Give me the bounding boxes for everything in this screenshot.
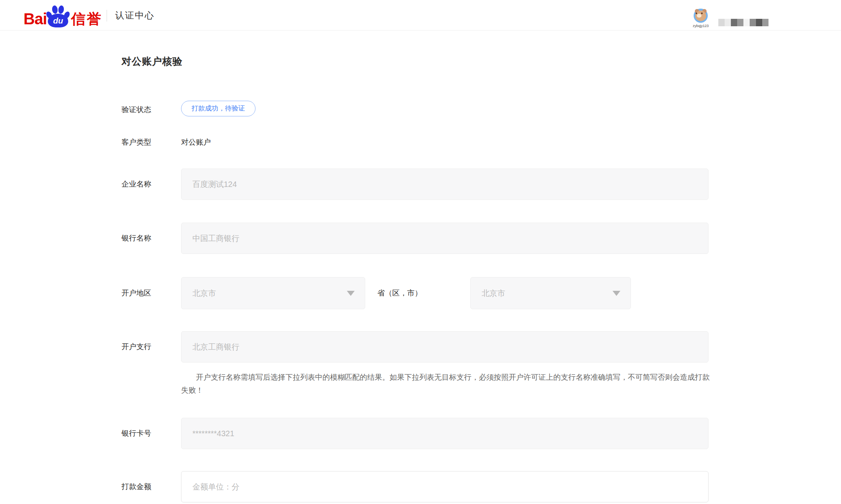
card-number-input	[181, 418, 709, 449]
province-select[interactable]: 北京市	[181, 277, 365, 309]
header-divider	[107, 10, 107, 22]
card-number-label: 银行卡号	[121, 428, 151, 439]
redacted-text	[718, 19, 768, 26]
bank-name-label: 银行名称	[121, 233, 151, 243]
logo-xinyu-text: 信誉	[71, 13, 102, 26]
status-badge: 打款成功，待验证	[181, 101, 256, 116]
amount-label: 打款金额	[121, 482, 151, 492]
header: Bai du 信誉 认证中心 zybqjy123	[0, 0, 841, 31]
branch-help-text: 开户支行名称需填写后选择下拉列表中的模糊匹配的结果。如果下拉列表无目标支行，必须…	[181, 371, 711, 397]
bank-name-input	[181, 223, 709, 254]
logo-bai-text: Bai	[24, 12, 47, 26]
customer-type-value: 对公账户	[181, 137, 211, 147]
city-select-value: 北京市	[482, 288, 505, 299]
company-name-label: 企业名称	[121, 179, 151, 189]
avatar[interactable]	[694, 9, 708, 23]
branch-label: 开户支行	[121, 342, 151, 352]
baidu-paw-icon: du	[47, 5, 69, 27]
user-menu[interactable]: zybqjy123	[691, 9, 710, 28]
page-title: 对公账户核验	[121, 55, 183, 68]
account-verification-page: Bai du 信誉 认证中心 zybqjy123 对公账户核验 验证状态 打款成…	[0, 0, 841, 504]
customer-type-label: 客户类型	[121, 137, 151, 147]
username-label: zybqjy123	[691, 24, 710, 28]
province-select-value: 北京市	[192, 288, 216, 299]
company-name-input	[181, 169, 709, 200]
province-suffix-label: 省（区，市）	[377, 288, 422, 298]
header-title: 认证中心	[115, 9, 154, 22]
branch-input	[181, 331, 709, 363]
status-label: 验证状态	[121, 105, 151, 115]
region-label: 开户地区	[121, 288, 151, 298]
amount-input[interactable]	[181, 471, 709, 502]
logo-du-text: du	[53, 16, 63, 25]
caret-down-icon	[347, 291, 355, 296]
baidu-xinyu-logo[interactable]: Bai du 信誉	[24, 0, 102, 31]
city-select[interactable]: 北京市	[470, 277, 631, 309]
caret-down-icon	[613, 291, 620, 296]
